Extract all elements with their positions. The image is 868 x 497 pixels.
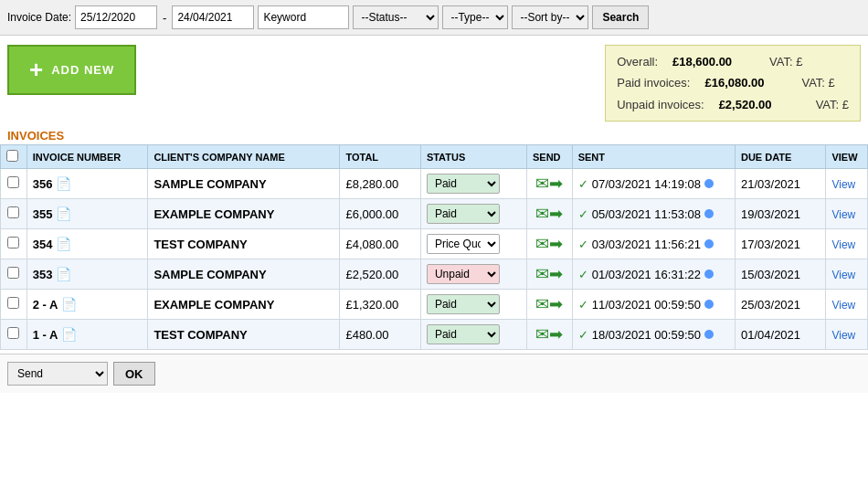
sent-datetime: 01/03/2021 16:31:22 xyxy=(592,268,701,281)
view-link[interactable]: View xyxy=(831,329,855,342)
row-view[interactable]: View xyxy=(826,199,868,229)
overall-vat: VAT: £ xyxy=(769,51,802,72)
add-new-button[interactable]: + ADD NEW xyxy=(7,45,136,95)
send-email-icon[interactable]: ✉➡ xyxy=(535,205,563,223)
send-email-icon[interactable]: ✉➡ xyxy=(535,174,563,193)
row-checkbox[interactable] xyxy=(7,176,19,188)
row-status[interactable]: Paid Unpaid Price Quote xyxy=(420,320,526,350)
row-checkbox-cell[interactable] xyxy=(1,199,27,229)
pdf-icon[interactable]: 📄 xyxy=(56,237,71,251)
select-all-checkbox[interactable] xyxy=(6,150,18,162)
pdf-icon[interactable]: 📄 xyxy=(61,297,77,312)
row-send[interactable]: ✉➡ xyxy=(526,290,572,320)
row-view[interactable]: View xyxy=(826,320,868,350)
info-dot[interactable] xyxy=(704,179,714,188)
unpaid-vat: VAT: £ xyxy=(816,94,849,115)
header-check[interactable] xyxy=(1,145,27,169)
pdf-icon[interactable]: 📄 xyxy=(61,327,77,342)
keyword-input[interactable] xyxy=(258,5,349,29)
row-total: £8,280.00 xyxy=(340,169,420,199)
row-status[interactable]: Paid Unpaid Price Quote xyxy=(420,199,526,229)
date-separator: - xyxy=(163,11,166,25)
header-view: VIEW xyxy=(826,145,868,169)
row-status[interactable]: Paid Unpaid Price Quote xyxy=(420,169,526,199)
pdf-icon[interactable]: 📄 xyxy=(56,206,71,221)
invoices-section-title: INVOICES xyxy=(0,125,868,144)
info-dot[interactable] xyxy=(704,209,714,218)
sent-checkmark: ✓ xyxy=(578,298,588,312)
row-status[interactable]: Paid Unpaid Price Quote xyxy=(420,259,526,290)
row-status[interactable]: Paid Unpaid Price Quote xyxy=(420,290,526,320)
info-dot[interactable] xyxy=(704,239,714,248)
row-send[interactable]: ✉➡ xyxy=(526,259,572,290)
status-dropdown[interactable]: Paid Unpaid Price Quote xyxy=(427,234,500,254)
sort-select[interactable]: --Sort by-- Date Amount Company xyxy=(512,5,588,29)
row-view[interactable]: View xyxy=(826,229,868,259)
bulk-action-select[interactable]: SendDeleteMark PaidMark Unpaid xyxy=(7,362,108,386)
info-dot[interactable] xyxy=(704,300,714,309)
row-checkbox-cell[interactable] xyxy=(1,169,27,199)
row-total: £4,080.00 xyxy=(340,229,420,259)
view-link[interactable]: View xyxy=(831,238,855,251)
type-select[interactable]: --Type-- Invoice Quote xyxy=(442,5,508,29)
send-email-icon[interactable]: ✉➡ xyxy=(535,235,563,253)
paid-vat: VAT: £ xyxy=(801,72,834,93)
row-due-date: 15/03/2021 xyxy=(735,259,825,290)
status-dropdown[interactable]: Paid Unpaid Price Quote xyxy=(427,264,500,284)
row-status[interactable]: Paid Unpaid Price Quote xyxy=(420,229,526,259)
view-link[interactable]: View xyxy=(831,299,855,312)
date-from-input[interactable] xyxy=(75,5,157,29)
sent-datetime: 05/03/2021 11:53:08 xyxy=(592,207,701,221)
row-company-name: TEST COMPANY xyxy=(148,320,340,350)
row-checkbox[interactable] xyxy=(7,267,19,279)
send-email-icon[interactable]: ✉➡ xyxy=(535,265,563,283)
search-button[interactable]: Search xyxy=(592,5,649,29)
row-checkbox[interactable] xyxy=(7,327,19,339)
send-email-icon[interactable]: ✉➡ xyxy=(535,325,563,344)
invoice-number-text: 356 xyxy=(33,177,53,191)
row-checkbox[interactable] xyxy=(7,297,19,309)
row-due-date: 21/03/2021 xyxy=(735,169,825,199)
row-checkbox-cell[interactable] xyxy=(1,259,27,290)
pdf-icon[interactable]: 📄 xyxy=(56,267,71,281)
invoice-date-label: Invoice Date: xyxy=(7,11,71,24)
info-dot[interactable] xyxy=(704,270,714,279)
row-checkbox-cell[interactable] xyxy=(1,320,27,350)
view-link[interactable]: View xyxy=(831,178,855,191)
row-checkbox-cell[interactable] xyxy=(1,229,27,259)
info-dot[interactable] xyxy=(704,330,714,339)
row-view[interactable]: View xyxy=(826,290,868,320)
row-checkbox[interactable] xyxy=(7,206,19,218)
date-to-input[interactable] xyxy=(172,5,254,29)
invoice-number-text: 1 - A xyxy=(33,328,58,342)
row-checkbox-cell[interactable] xyxy=(1,290,27,320)
row-company-name: EXAMPLE COMPANY xyxy=(148,290,340,320)
status-select[interactable]: --Status-- Paid Unpaid Price Quote xyxy=(353,5,439,29)
header-company-name: CLIENT'S COMPANY NAME xyxy=(148,145,340,169)
row-checkbox[interactable] xyxy=(7,237,19,248)
sent-datetime: 03/03/2021 11:56:21 xyxy=(592,238,701,251)
row-send[interactable]: ✉➡ xyxy=(526,320,572,350)
header-total: TOTAL xyxy=(340,145,420,169)
view-link[interactable]: View xyxy=(831,208,855,221)
view-link[interactable]: View xyxy=(831,269,855,281)
row-view[interactable]: View xyxy=(826,259,868,290)
plus-icon: + xyxy=(29,56,44,84)
status-dropdown[interactable]: Paid Unpaid Price Quote xyxy=(427,174,500,194)
table-row: 355 📄 EXAMPLE COMPANY £6,000.00 Paid Unp… xyxy=(1,199,868,229)
status-dropdown[interactable]: Paid Unpaid Price Quote xyxy=(427,204,500,224)
row-send[interactable]: ✉➡ xyxy=(526,199,572,229)
ok-button[interactable]: OK xyxy=(113,362,155,386)
sent-checkmark: ✓ xyxy=(578,207,588,221)
row-send[interactable]: ✉➡ xyxy=(526,229,572,259)
row-send[interactable]: ✉➡ xyxy=(526,169,572,199)
send-email-icon[interactable]: ✉➡ xyxy=(535,295,563,313)
bottom-bar: SendDeleteMark PaidMark Unpaid OK xyxy=(0,354,868,393)
header-status: STATUS xyxy=(420,145,526,169)
row-sent-info: ✓ 11/03/2021 00:59:50 xyxy=(572,290,735,320)
status-dropdown[interactable]: Paid Unpaid Price Quote xyxy=(427,324,500,344)
pdf-icon[interactable]: 📄 xyxy=(56,176,71,191)
row-invoice-number: 356 📄 xyxy=(26,169,148,199)
row-view[interactable]: View xyxy=(826,169,868,199)
status-dropdown[interactable]: Paid Unpaid Price Quote xyxy=(427,294,500,314)
